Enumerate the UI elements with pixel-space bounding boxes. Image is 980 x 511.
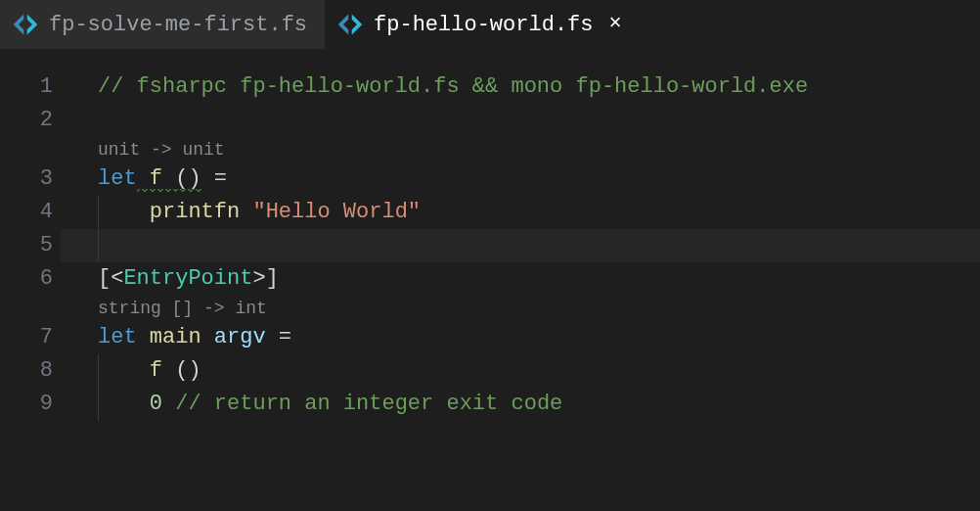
punct-token: >] xyxy=(252,266,278,291)
line-number: 5 xyxy=(0,229,61,262)
indent xyxy=(98,358,150,383)
function-token: printfn xyxy=(150,200,253,224)
code-content[interactable]: f () xyxy=(61,354,980,388)
line-number: 4 xyxy=(0,196,61,229)
string-token: "Hello World" xyxy=(252,200,421,224)
tab-fp-hello-world[interactable]: fp-hello-world.fs × xyxy=(325,0,640,49)
function-token: f xyxy=(137,166,176,193)
tab-label: fp-hello-world.fs xyxy=(374,13,593,37)
comment-token: // return an integer exit code xyxy=(175,392,562,416)
code-line: 2 xyxy=(0,104,980,137)
line-number: 6 xyxy=(0,262,61,296)
code-line: 6 [<EntryPoint>] xyxy=(0,262,980,296)
number-token: 0 xyxy=(150,392,162,416)
line-number: 9 xyxy=(0,388,61,421)
code-content[interactable] xyxy=(61,229,980,262)
fsharp-icon xyxy=(12,11,39,38)
code-line: 4 printfn "Hello World" xyxy=(0,196,980,229)
code-content[interactable]: printfn "Hello World" xyxy=(61,196,980,229)
svg-marker-3 xyxy=(352,15,363,35)
code-editor[interactable]: 1 // fsharpc fp-hello-world.fs && mono f… xyxy=(0,49,980,421)
code-line: 5 xyxy=(0,229,980,262)
code-content[interactable]: 0 // return an integer exit code xyxy=(61,388,980,421)
function-token: main xyxy=(137,325,214,349)
code-line: 3 let f () = xyxy=(0,163,980,196)
indent xyxy=(98,392,150,416)
svg-marker-0 xyxy=(14,15,24,35)
close-icon[interactable]: × xyxy=(608,14,621,35)
code-line: 1 // fsharpc fp-hello-world.fs && mono f… xyxy=(0,70,980,104)
keyword-token: let xyxy=(98,325,137,349)
keyword-token: let xyxy=(98,166,137,191)
svg-marker-1 xyxy=(27,15,38,35)
line-number: . xyxy=(0,137,61,163)
attribute-token: EntryPoint xyxy=(123,266,252,291)
comment-token: // fsharpc fp-hello-world.fs && mono fp-… xyxy=(98,74,808,99)
function-token: f xyxy=(150,358,175,383)
punct-token: () xyxy=(175,358,200,383)
line-number: . xyxy=(0,296,61,321)
indent xyxy=(98,233,150,257)
tab-fp-solve-me-first[interactable]: fp-solve-me-first.fs xyxy=(0,0,325,49)
svg-marker-2 xyxy=(338,15,349,35)
code-content[interactable]: // fsharpc fp-hello-world.fs && mono fp-… xyxy=(61,70,980,104)
line-number: 3 xyxy=(0,163,61,196)
inlay-hint-row: . string [] -> int xyxy=(0,296,980,321)
indent xyxy=(98,200,150,224)
tab-label: fp-solve-me-first.fs xyxy=(49,13,307,37)
code-content[interactable]: let f () = xyxy=(61,163,980,196)
space xyxy=(162,392,175,416)
line-number: 2 xyxy=(0,104,61,137)
punct-token: = xyxy=(266,325,291,349)
punct-token: [< xyxy=(98,266,123,291)
line-number: 7 xyxy=(0,321,61,354)
fsharp-icon xyxy=(336,11,364,38)
code-line: 9 0 // return an integer exit code xyxy=(0,388,980,421)
line-number: 8 xyxy=(0,354,61,388)
code-content[interactable]: let main argv = xyxy=(61,321,980,354)
tab-bar: fp-solve-me-first.fs fp-hello-world.fs × xyxy=(0,0,980,49)
inlay-hint-row: . unit -> unit xyxy=(0,137,980,163)
code-content[interactable]: [<EntryPoint>] xyxy=(61,262,980,296)
punct-token: () xyxy=(175,166,200,193)
punct-token: = xyxy=(201,166,227,191)
code-line: 7 let main argv = xyxy=(0,321,980,354)
type-hint: string [] -> int xyxy=(61,296,980,321)
identifier-token: argv xyxy=(214,325,266,349)
type-hint: unit -> unit xyxy=(61,137,980,163)
line-number: 1 xyxy=(0,70,61,104)
code-line: 8 f () xyxy=(0,354,980,388)
